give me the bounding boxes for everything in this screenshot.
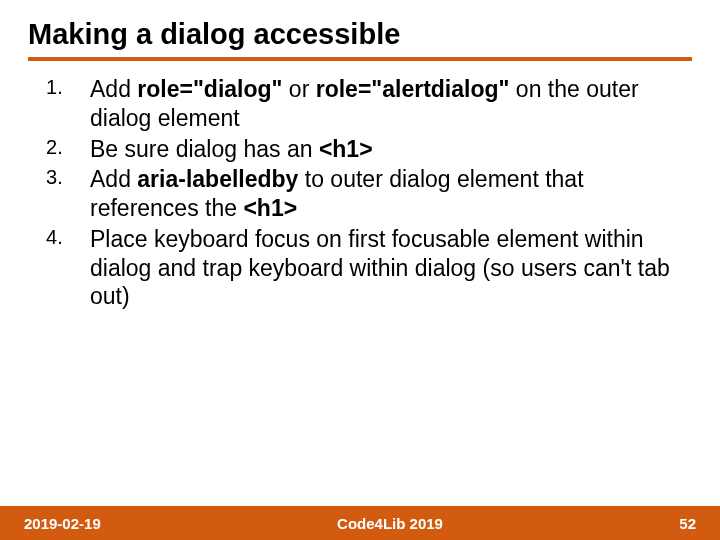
text: Add bbox=[90, 76, 137, 102]
list-item: Place keyboard focus on first focusable … bbox=[28, 225, 692, 311]
text: Add bbox=[90, 166, 137, 192]
slide-content: Add role="dialog" or role="alertdialog" … bbox=[28, 75, 692, 540]
text: or bbox=[282, 76, 315, 102]
ordered-list: Add role="dialog" or role="alertdialog" … bbox=[28, 75, 692, 311]
bold-text: role="dialog" bbox=[137, 76, 282, 102]
list-item: Add aria-labelledby to outer dialog elem… bbox=[28, 165, 692, 223]
bold-text: <h1> bbox=[319, 136, 373, 162]
text: Place keyboard focus on first focusable … bbox=[90, 226, 670, 310]
bold-text: <h1> bbox=[243, 195, 297, 221]
footer-bar: 2019-02-19 Code4Lib 2019 52 bbox=[0, 506, 720, 540]
list-item: Be sure dialog has an <h1> bbox=[28, 135, 692, 164]
slide-title: Making a dialog accessible bbox=[28, 18, 692, 61]
footer-page: 52 bbox=[679, 515, 696, 532]
slide: Making a dialog accessible Add role="dia… bbox=[0, 0, 720, 540]
bold-text: role="alertdialog" bbox=[316, 76, 510, 102]
footer-event: Code4Lib 2019 bbox=[101, 515, 680, 532]
list-item: Add role="dialog" or role="alertdialog" … bbox=[28, 75, 692, 133]
footer-date: 2019-02-19 bbox=[24, 515, 101, 532]
bold-text: aria-labelledby bbox=[137, 166, 298, 192]
text: Be sure dialog has an bbox=[90, 136, 319, 162]
